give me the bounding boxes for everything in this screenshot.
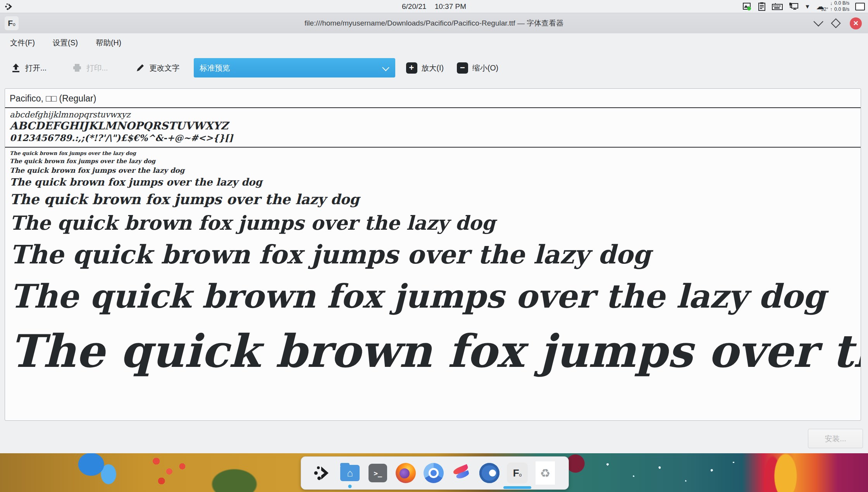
terminal-icon[interactable]: >_: [367, 461, 389, 485]
zoom-in-icon: +: [406, 62, 417, 74]
panel-date: 6/20/21: [402, 2, 426, 10]
print-button[interactable]: 打印...: [72, 63, 108, 73]
preview-type-select[interactable]: 标准预览: [194, 58, 395, 77]
clipboard-icon[interactable]: [758, 2, 766, 11]
dock: ⌂ >_ Fo ♻: [301, 456, 569, 490]
font-name-heading: Pacifico, □□ (Regular): [5, 89, 861, 107]
uppercase-line: ABCDEFGHIJKLMNOPQRSTUVWXYZ: [10, 120, 856, 132]
chevron-down-icon: [382, 64, 389, 71]
file-manager-icon[interactable]: ⌂: [339, 461, 361, 485]
expand-arrow-icon[interactable]: ▼: [804, 3, 810, 9]
chromium-icon[interactable]: [423, 461, 444, 485]
pangram-line: The quick brown fox jumps over the lazy …: [10, 157, 856, 165]
titlebar[interactable]: Fo file:///home/myusername/Downloads/Pac…: [0, 13, 868, 33]
panel-clock[interactable]: 6/20/21 10:37 PM: [0, 2, 868, 11]
close-icon[interactable]: ✕: [850, 17, 862, 29]
firefox-icon[interactable]: [395, 461, 417, 485]
active-app-indicator: [503, 486, 531, 489]
preview-type-value: 标准预览: [200, 63, 230, 73]
trash-icon[interactable]: ♻: [534, 461, 556, 485]
down-arrow-icon: ↓: [830, 1, 832, 6]
menu-help[interactable]: 帮助(H): [94, 36, 123, 50]
pangram-line: The quick brown fox jumps over the lazy …: [10, 165, 856, 175]
zoom-out-icon: −: [457, 62, 468, 74]
zoom-in-button[interactable]: + 放大(I): [406, 62, 444, 74]
up-arrow-icon: ↑: [830, 7, 832, 12]
toolbar: 打开... 打印... 更改文字 标准预览 + 放大(I) − 缩小(O): [0, 52, 868, 83]
pangram-line: The quick brown fox jumps over the lazy …: [10, 189, 856, 209]
panel-time: 10:37 PM: [435, 2, 466, 10]
window-title: file:///home/myusername/Downloads/Pacifi…: [0, 13, 868, 33]
app-launcher-icon[interactable]: [311, 461, 333, 485]
pangram-line: The quick brown fox jumps over the lazy …: [10, 209, 856, 237]
lowercase-line: abcdefghijklmnopqrstuvwxyz: [10, 110, 856, 120]
media-player-icon[interactable]: [479, 461, 500, 485]
show-desktop-icon[interactable]: [855, 3, 865, 10]
drawing-app-icon[interactable]: [451, 461, 472, 485]
pangram-line: The quick brown fox jumps over the lazy …: [10, 237, 856, 273]
net-up-speed: 0.0 B/s: [834, 7, 849, 13]
weather-icon[interactable]: ☁32°: [816, 2, 824, 10]
pangram-line: The quick brown fox jumps over the lazy …: [10, 175, 856, 189]
keyboard-layout-icon[interactable]: [772, 3, 783, 10]
zoom-out-button[interactable]: − 缩小(O): [457, 62, 498, 74]
menubar: 文件(F) 设置(S) 帮助(H): [0, 33, 868, 52]
window-controls: ✕: [815, 13, 862, 33]
menu-settings[interactable]: 设置(S): [51, 36, 79, 50]
net-down-speed: 0.0 B/s: [834, 0, 849, 7]
menu-file[interactable]: 文件(F): [9, 36, 36, 50]
weather-temp: 32°: [821, 7, 828, 12]
screenshot-tool-icon[interactable]: [742, 2, 752, 11]
home-glyph: ⌂: [347, 468, 353, 478]
running-indicator: [348, 485, 352, 488]
alphabet-preview: abcdefghijklmnopqrstuvwxyz ABCDEFGHIJKLM…: [5, 108, 861, 147]
minimize-icon[interactable]: [813, 17, 823, 26]
maximize-icon[interactable]: [831, 18, 840, 28]
install-button[interactable]: 安装...: [808, 429, 863, 448]
font-preview-area[interactable]: Pacifico, □□ (Regular) abcdefghijklmnopq…: [5, 88, 861, 421]
change-text-button[interactable]: 更改文字: [135, 63, 180, 73]
network-icon[interactable]: [789, 2, 799, 11]
pangram-line: The quick brown fox jumps over the lazy …: [10, 150, 856, 157]
pangram-line: The quick brown fox jumps over the lazy …: [10, 273, 856, 319]
net-speed-indicator[interactable]: ↓ ↑ 0.0 B/s 0.0 B/s: [830, 0, 849, 12]
top-panel: 6/20/21 10:37 PM ▼: [0, 0, 868, 13]
system-tray: ▼ ☁32° ↓ ↑ 0.0 B/s 0.0 B/s: [742, 0, 865, 13]
pangram-line: The quick brown fox jumps over the lazy …: [10, 319, 856, 383]
font-viewer-window: Fo file:///home/myusername/Downloads/Pac…: [0, 13, 868, 453]
open-button[interactable]: 打开...: [11, 63, 46, 73]
pangram-lines: The quick brown fox jumps over the lazy …: [5, 148, 861, 383]
printer-icon: [72, 63, 82, 73]
pencil-icon: [135, 63, 145, 73]
open-icon: [11, 63, 21, 73]
symbols-line: 0123456789.:,;(*!?'/\")£$€%^&-+@~#<>{}[]: [10, 132, 856, 143]
font-viewer-icon[interactable]: Fo: [506, 461, 528, 485]
